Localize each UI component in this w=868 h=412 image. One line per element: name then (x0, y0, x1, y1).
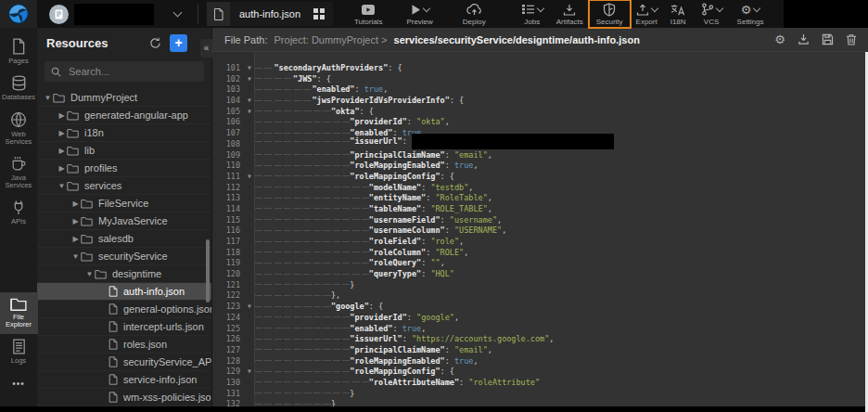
toolbar-deploy-button[interactable]: Deploy (456, 1, 492, 27)
toolbar-jobs-button[interactable]: Jobs (515, 1, 550, 27)
tree-item-securityservice-api-json[interactable]: securityService_API.json (37, 354, 211, 371)
chevron-down-icon (715, 5, 722, 12)
chevron-collapsed-icon[interactable]: ▶ (57, 111, 67, 120)
chevron-down-icon (422, 5, 429, 12)
tree-item-general-options-json[interactable]: general-options.json (37, 301, 211, 318)
folder-icon (81, 216, 93, 226)
token: } (350, 280, 354, 290)
sidebar-item-web-services[interactable]: Web Services (0, 107, 38, 151)
code-line: 127 "principalClaimName": "email", (211, 345, 865, 356)
code-text: "okta": { (255, 107, 374, 118)
fold-toggle-icon[interactable]: ▼ (244, 74, 255, 85)
delete-file-icon[interactable] (846, 33, 857, 45)
chevron-collapsed-icon[interactable]: ▶ (57, 129, 67, 137)
tree-item-wm-xss-policies-json[interactable]: wm-xss-policies.json (37, 389, 211, 406)
app-logo[interactable] (0, 0, 37, 28)
main-toolbar: TutorialsPreviewDeployJobsArtifactsSecur… (348, 1, 771, 27)
fold-toggle-icon[interactable]: ▼ (244, 172, 255, 183)
tree-item-label: MyJavaService (98, 215, 168, 226)
code-line: 111▼ "roleMappingConfig": { (211, 172, 865, 183)
tree-item-securityservice[interactable]: ▼securityService (37, 248, 211, 265)
token: "HQL" (430, 269, 454, 278)
toolbar-export-button[interactable]: Export (630, 1, 664, 27)
fold-toggle-icon[interactable]: ▼ (244, 63, 255, 74)
toolbar-security-button[interactable]: Security (590, 1, 630, 27)
search-box (45, 61, 204, 82)
tree-item-services[interactable]: ▼services (37, 177, 211, 195)
tree-item-generated-angular-app[interactable]: ▶generated-angular-app (37, 107, 211, 124)
token: "testdb" (430, 183, 468, 192)
toolbar-artifacts-button[interactable]: Artifacts (550, 1, 590, 27)
tree-item-label: general-options.json (123, 303, 211, 315)
chevron-collapsed-icon[interactable]: ▶ (57, 164, 67, 173)
indent-guide (255, 204, 369, 213)
code-text: "enabled": true, (255, 84, 388, 96)
chevron-expanded-icon[interactable]: ▼ (57, 182, 67, 190)
sidebar-item-java-services[interactable]: Java Services (0, 151, 38, 195)
toolbar-vcs-button[interactable]: VCS (695, 1, 729, 27)
open-file-tab[interactable]: auth-info.json (207, 2, 333, 26)
add-resource-button[interactable]: + (170, 34, 187, 52)
fold-toggle-icon[interactable]: ▼ (244, 107, 255, 118)
chevron-expanded-icon[interactable]: ▼ (84, 270, 95, 278)
indent-guide (255, 334, 350, 343)
code-text: "principalClaimName": "email", (255, 345, 492, 356)
chevron-collapsed-icon[interactable]: ▶ (70, 217, 81, 225)
sidebar-item-databases[interactable]: Databases (0, 71, 38, 107)
project-switcher-chevron-icon[interactable] (173, 8, 183, 18)
tree-item-salesdb[interactable]: ▶salesdb (37, 230, 211, 248)
line-number: 119 (211, 258, 244, 269)
tree-item-i18n[interactable]: ▶i18n (37, 124, 211, 142)
sidebar-item-file-explorer[interactable]: File Explorer (0, 292, 38, 334)
fold-toggle-icon[interactable]: ▼ (244, 367, 255, 378)
sidebar-item-more[interactable]: ••• (0, 370, 38, 394)
tree-item-auth-info-json[interactable]: auth-info.json (37, 283, 211, 301)
tree-item-intercept-urls-json[interactable]: intercept-urls.json (37, 318, 211, 336)
code-editor[interactable]: 101▼ "secondaryAuthProviders": {102▼ "JW… (211, 52, 865, 406)
sidebar-item-logs[interactable]: Logs (0, 334, 38, 370)
token: "modelName" (369, 183, 421, 192)
editor-settings-icon[interactable]: ⚙ (774, 33, 785, 45)
code-text: } (255, 389, 354, 400)
fold-toggle-icon[interactable]: ▼ (244, 302, 255, 313)
save-file-icon[interactable] (822, 33, 834, 45)
toolbar-i18n-button[interactable]: I18N (664, 1, 693, 27)
sidebar-item-apis[interactable]: APIs (0, 195, 38, 231)
toolbar-tutorials-button[interactable]: Tutorials (348, 1, 389, 27)
line-number: 126 (211, 334, 244, 345)
refresh-icon[interactable] (149, 37, 161, 49)
grid-view-icon[interactable] (313, 8, 333, 19)
collapse-panel-button[interactable]: « (200, 39, 212, 58)
tree-item-label: service-info.json (123, 374, 197, 385)
toolbar-preview-button[interactable]: Preview (400, 1, 439, 27)
search-input[interactable] (67, 65, 198, 78)
code-line: 110 "roleMappingEnabled": true, (211, 161, 865, 172)
tree-item-roles-json[interactable]: roles.json (37, 336, 211, 354)
code-line: 124 "providerId": "google", (211, 313, 865, 324)
token: "tableName" (369, 204, 421, 213)
download-file-icon[interactable] (798, 33, 810, 45)
sidebar-item-pages[interactable]: Pages (0, 33, 38, 71)
project-avatar[interactable] (49, 5, 69, 24)
token: , (421, 324, 426, 333)
token: , (488, 345, 492, 354)
file-icon (108, 339, 118, 350)
chevron-expanded-icon[interactable]: ▼ (43, 94, 53, 102)
tree-item-service-info-json[interactable]: service-info.json (37, 371, 211, 389)
code-text: "secondaryAuthProviders": { (255, 63, 402, 74)
token: , (383, 84, 388, 94)
tree-item-myjavaservice[interactable]: ▶MyJavaService (37, 212, 211, 230)
tree-item-dummyproject[interactable]: ▼DummyProject (37, 89, 211, 107)
tree-item-profiles[interactable]: ▶profiles (37, 160, 211, 177)
chevron-expanded-icon[interactable]: ▼ (70, 252, 81, 261)
tree-scrollbar[interactable] (206, 239, 210, 303)
tree-item-lib[interactable]: ▶lib (37, 142, 211, 160)
chevron-collapsed-icon[interactable]: ▶ (70, 235, 81, 243)
toolbar-settings-button[interactable]: ⚙Settings (731, 1, 771, 27)
folder-icon (67, 128, 79, 138)
fold-toggle-icon[interactable]: ▼ (244, 96, 255, 107)
tree-item-designtime[interactable]: ▼designtime (37, 265, 211, 283)
tree-item-fileservice[interactable]: ▶FileService (37, 195, 211, 212)
chevron-collapsed-icon[interactable]: ▶ (57, 147, 67, 155)
chevron-collapsed-icon[interactable]: ▶ (70, 200, 81, 208)
